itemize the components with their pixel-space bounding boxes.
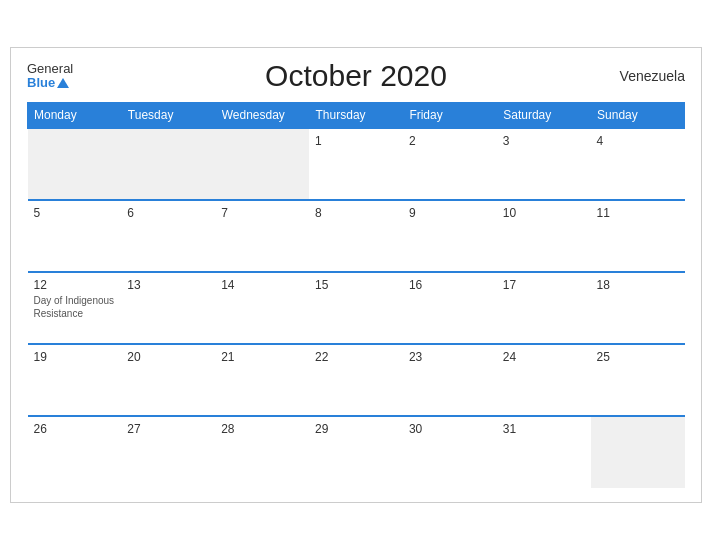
- calendar-day-cell: 24: [497, 344, 591, 416]
- calendar-day-cell: [215, 128, 309, 200]
- calendar-day-cell: 12Day of Indigenous Resistance: [28, 272, 122, 344]
- day-number: 15: [315, 278, 397, 292]
- day-number: 1: [315, 134, 397, 148]
- day-number: 2: [409, 134, 491, 148]
- day-number: 21: [221, 350, 303, 364]
- day-number: 14: [221, 278, 303, 292]
- calendar-day-cell: 23: [403, 344, 497, 416]
- calendar-day-cell: 16: [403, 272, 497, 344]
- calendar-day-cell: 30: [403, 416, 497, 488]
- calendar-day-cell: 29: [309, 416, 403, 488]
- day-number: 8: [315, 206, 397, 220]
- calendar-day-cell: 25: [591, 344, 685, 416]
- calendar-day-cell: [28, 128, 122, 200]
- calendar-title: October 2020: [265, 59, 447, 93]
- calendar-week-row: 1234: [28, 128, 685, 200]
- calendar-day-cell: 31: [497, 416, 591, 488]
- calendar-day-cell: 9: [403, 200, 497, 272]
- calendar-day-cell: 20: [121, 344, 215, 416]
- day-number: 25: [597, 350, 679, 364]
- day-number: 9: [409, 206, 491, 220]
- calendar-day-cell: 10: [497, 200, 591, 272]
- weekday-header: Wednesday: [215, 103, 309, 129]
- day-number: 28: [221, 422, 303, 436]
- day-number: 26: [34, 422, 116, 436]
- day-number: 24: [503, 350, 585, 364]
- day-number: 17: [503, 278, 585, 292]
- calendar-week-row: 19202122232425: [28, 344, 685, 416]
- calendar-day-cell: 4: [591, 128, 685, 200]
- calendar-week-row: 12Day of Indigenous Resistance1314151617…: [28, 272, 685, 344]
- day-number: 20: [127, 350, 209, 364]
- calendar-day-cell: 11: [591, 200, 685, 272]
- day-number: 13: [127, 278, 209, 292]
- weekday-header: Thursday: [309, 103, 403, 129]
- day-number: 19: [34, 350, 116, 364]
- calendar-day-cell: 19: [28, 344, 122, 416]
- weekday-header: Saturday: [497, 103, 591, 129]
- logo-general-text: General: [27, 62, 73, 76]
- day-number: 6: [127, 206, 209, 220]
- logo-blue-text: Blue: [27, 76, 73, 90]
- holiday-label: Day of Indigenous Resistance: [34, 294, 116, 320]
- calendar-day-cell: 2: [403, 128, 497, 200]
- calendar-week-row: 262728293031: [28, 416, 685, 488]
- calendar-table: MondayTuesdayWednesdayThursdayFridaySatu…: [27, 102, 685, 488]
- weekday-header: Monday: [28, 103, 122, 129]
- logo-triangle-icon: [57, 78, 69, 88]
- calendar-day-cell: [591, 416, 685, 488]
- calendar-header: General Blue October 2020 Venezuela: [27, 62, 685, 91]
- calendar-day-cell: 1: [309, 128, 403, 200]
- calendar-day-cell: 7: [215, 200, 309, 272]
- weekday-header: Friday: [403, 103, 497, 129]
- calendar-country: Venezuela: [620, 68, 685, 84]
- day-number: 5: [34, 206, 116, 220]
- day-number: 16: [409, 278, 491, 292]
- calendar-day-cell: 17: [497, 272, 591, 344]
- calendar-day-cell: 28: [215, 416, 309, 488]
- day-number: 4: [597, 134, 679, 148]
- calendar-day-cell: 26: [28, 416, 122, 488]
- weekday-header-row: MondayTuesdayWednesdayThursdayFridaySatu…: [28, 103, 685, 129]
- logo: General Blue: [27, 62, 73, 91]
- day-number: 11: [597, 206, 679, 220]
- day-number: 29: [315, 422, 397, 436]
- weekday-header: Sunday: [591, 103, 685, 129]
- calendar-wrapper: General Blue October 2020 Venezuela Mond…: [10, 47, 702, 504]
- day-number: 12: [34, 278, 116, 292]
- day-number: 23: [409, 350, 491, 364]
- day-number: 18: [597, 278, 679, 292]
- day-number: 7: [221, 206, 303, 220]
- calendar-day-cell: 13: [121, 272, 215, 344]
- calendar-day-cell: 14: [215, 272, 309, 344]
- day-number: 3: [503, 134, 585, 148]
- calendar-day-cell: 8: [309, 200, 403, 272]
- calendar-day-cell: 3: [497, 128, 591, 200]
- day-number: 27: [127, 422, 209, 436]
- weekday-header: Tuesday: [121, 103, 215, 129]
- day-number: 30: [409, 422, 491, 436]
- calendar-week-row: 567891011: [28, 200, 685, 272]
- day-number: 10: [503, 206, 585, 220]
- day-number: 31: [503, 422, 585, 436]
- calendar-day-cell: 18: [591, 272, 685, 344]
- calendar-day-cell: 27: [121, 416, 215, 488]
- calendar-day-cell: 6: [121, 200, 215, 272]
- calendar-day-cell: [121, 128, 215, 200]
- calendar-day-cell: 15: [309, 272, 403, 344]
- day-number: 22: [315, 350, 397, 364]
- calendar-day-cell: 5: [28, 200, 122, 272]
- calendar-day-cell: 21: [215, 344, 309, 416]
- calendar-day-cell: 22: [309, 344, 403, 416]
